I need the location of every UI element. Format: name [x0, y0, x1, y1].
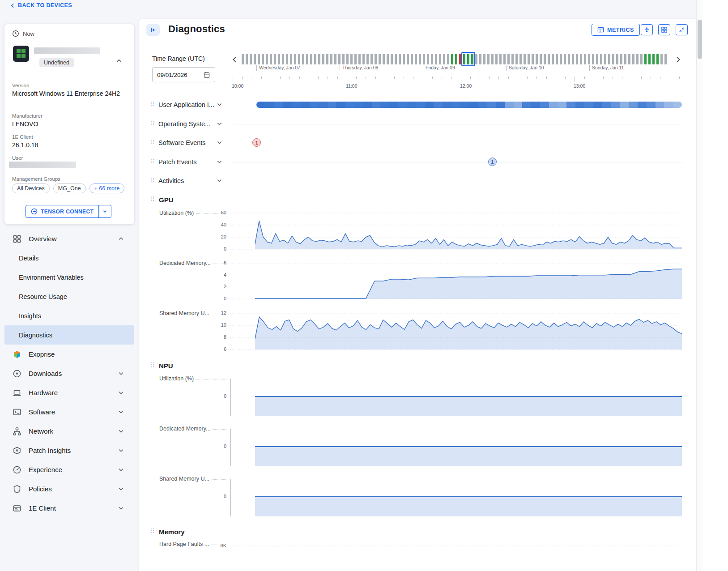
timeline-bar[interactable]	[628, 54, 630, 64]
timeline-bar[interactable]	[346, 54, 349, 64]
chevron-down-icon[interactable]	[118, 447, 124, 454]
timeline-bar[interactable]	[451, 54, 453, 64]
timeline-bar[interactable]	[644, 54, 647, 64]
nav-patch-insights[interactable]: Patch Insights	[0, 441, 134, 460]
timeline-bar[interactable]	[624, 54, 626, 64]
timeline-bar[interactable]	[366, 54, 369, 64]
timeline-bar[interactable]	[503, 54, 506, 64]
management-group-chip[interactable]: All Devices	[12, 183, 50, 193]
chevron-down-icon[interactable]	[216, 177, 223, 184]
nav-exoprise[interactable]: Exoprise	[0, 345, 134, 364]
chevron-down-icon[interactable]	[118, 466, 124, 473]
timeline-bar[interactable]	[419, 54, 421, 64]
timeline-bar[interactable]	[282, 54, 284, 64]
patch-event-badge[interactable]: 1	[488, 158, 497, 166]
timeline-bar[interactable]	[415, 54, 417, 64]
nav-resource-usage[interactable]: Resource Usage	[0, 287, 134, 306]
timeline-bar[interactable]	[664, 54, 667, 64]
timeline-bar[interactable]	[334, 54, 336, 64]
drag-handle-icon[interactable]	[151, 362, 154, 369]
timeline-bar[interactable]	[294, 54, 296, 64]
timeline-bar[interactable]	[407, 54, 409, 64]
timeline-bar[interactable]	[427, 54, 429, 64]
timeline-bar[interactable]	[660, 54, 663, 64]
timeline-bar[interactable]	[399, 54, 401, 64]
nav-hardware[interactable]: Hardware	[0, 383, 134, 402]
timeline-bar[interactable]	[596, 54, 598, 64]
timeline-bar[interactable]	[576, 54, 578, 64]
timeline-bar[interactable]	[242, 54, 244, 64]
timeline-bar[interactable]	[250, 54, 252, 64]
timeline-bar[interactable]	[439, 54, 441, 64]
timeline-bar[interactable]	[362, 54, 365, 64]
calendar-icon[interactable]	[203, 71, 210, 78]
date-input[interactable]: 09/01/2026	[152, 67, 215, 82]
timeline-bar[interactable]	[479, 54, 481, 64]
nav-environment-variables[interactable]: Environment Variables	[0, 268, 134, 287]
timeline-bar[interactable]	[266, 54, 268, 64]
timeline-bar[interactable]	[491, 54, 494, 64]
timeline-bar[interactable]	[483, 54, 485, 64]
drag-handle-icon[interactable]	[151, 121, 154, 127]
timeline-bar[interactable]	[455, 54, 457, 64]
timeline-bar[interactable]	[278, 54, 280, 64]
chevron-down-icon[interactable]	[216, 101, 223, 108]
nav-policies[interactable]: Policies	[0, 479, 134, 499]
metrics-button[interactable]: METRICS	[592, 24, 640, 36]
timeline-bar[interactable]	[475, 54, 477, 64]
timeline-bar[interactable]	[443, 54, 445, 64]
nav-experience[interactable]: Experience	[0, 460, 134, 479]
timeline-bar[interactable]	[310, 54, 312, 64]
timeline-bar[interactable]	[391, 54, 393, 64]
drag-handle-icon[interactable]	[151, 528, 154, 535]
chevron-down-icon[interactable]	[118, 486, 124, 492]
chevron-down-icon[interactable]	[118, 370, 124, 377]
timeline-bar[interactable]	[258, 54, 260, 64]
timeline-bar[interactable]	[507, 54, 510, 64]
connect-dropdown-caret[interactable]	[99, 205, 111, 217]
management-group-chip[interactable]: MG_One	[53, 183, 86, 193]
chevron-down-icon[interactable]	[118, 505, 124, 511]
nav-software[interactable]: Software	[0, 402, 134, 422]
timeline-bar[interactable]	[495, 54, 498, 64]
timeline-bar[interactable]	[588, 54, 590, 64]
timeline-bar[interactable]	[564, 54, 566, 64]
timeline-bar[interactable]	[560, 54, 562, 64]
timeline-bar[interactable]	[584, 54, 586, 64]
timeline-bar[interactable]	[286, 54, 288, 64]
collapse-panel-button[interactable]	[146, 24, 160, 36]
user-application-usage-bar[interactable]	[256, 102, 682, 108]
timeline-bar[interactable]	[608, 54, 610, 64]
chevron-down-icon[interactable]	[118, 409, 124, 415]
timeline-bar[interactable]	[640, 54, 643, 64]
nav-diagnostics[interactable]: Diagnostics	[4, 325, 134, 345]
timeline-bar[interactable]	[580, 54, 582, 64]
timeline-bar[interactable]	[431, 54, 433, 64]
timeline-bar[interactable]	[548, 54, 550, 64]
nav-details[interactable]: Details	[0, 248, 134, 268]
timeline-bar[interactable]	[568, 54, 570, 64]
drag-handle-icon[interactable]	[151, 196, 154, 203]
timeline-bar[interactable]	[544, 54, 546, 64]
chevron-down-icon[interactable]	[118, 389, 124, 396]
timeline-bar[interactable]	[246, 54, 248, 64]
timeline-bar[interactable]	[600, 54, 602, 64]
timeline-bar[interactable]	[395, 54, 397, 64]
timeline-bar[interactable]	[375, 54, 377, 64]
timeline-bar[interactable]	[379, 54, 381, 64]
timeline-bar[interactable]	[604, 54, 606, 64]
grid-view-button[interactable]	[658, 24, 670, 35]
timeline-bar[interactable]	[403, 54, 405, 64]
timeline-bar[interactable]	[636, 54, 639, 64]
timeline-bar[interactable]	[648, 54, 651, 64]
nav-downloads[interactable]: Downloads	[0, 364, 134, 383]
timeline-bar[interactable]	[632, 54, 634, 64]
timeline-bar[interactable]	[519, 54, 522, 64]
tensor-connect-button[interactable]: TENSOR CONNECT	[26, 205, 111, 218]
software-event-badge[interactable]: 1	[252, 138, 261, 147]
timeline-bar[interactable]	[499, 54, 502, 64]
chevron-up-icon[interactable]	[118, 235, 124, 242]
chevron-down-icon[interactable]	[118, 428, 124, 435]
timeline-bar[interactable]	[354, 54, 357, 64]
timeline-bar[interactable]	[383, 54, 385, 64]
